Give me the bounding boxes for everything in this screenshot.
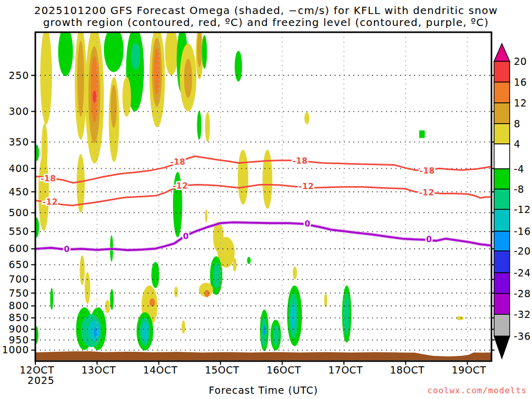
omega-region <box>151 262 159 288</box>
omega-region <box>304 112 310 124</box>
colorbar-label: 8 <box>514 118 521 129</box>
colorbar-box <box>494 124 510 144</box>
omega-region <box>142 323 149 341</box>
y-tick-label: 850 <box>9 312 29 323</box>
x-axis-title: Forecast Time (UTC) <box>35 384 491 396</box>
colorbar-box <box>494 103 510 124</box>
freezing-level-0-label: 0 <box>426 235 432 244</box>
omega-region <box>184 59 192 98</box>
colorbar-box <box>494 189 510 209</box>
freezing-level-0-halo <box>35 222 491 250</box>
omega-region <box>233 258 236 271</box>
omega-region <box>154 48 160 95</box>
terrain-profile <box>35 351 491 360</box>
omega-region <box>88 321 99 341</box>
colorbar-label: -20 <box>514 245 531 257</box>
freezing-level-0-label: 0 <box>304 219 310 229</box>
x-tick-label: 19OCT <box>451 364 486 376</box>
x-tick-label: 13OCT <box>82 364 116 376</box>
omega-region <box>213 263 220 288</box>
x-tick-label: 18OCT <box>390 364 425 376</box>
omega-region <box>123 77 131 117</box>
omega-region <box>77 41 84 116</box>
y-tick-label: 250 <box>9 70 29 81</box>
omega-region <box>197 111 201 140</box>
omega-region <box>131 43 140 70</box>
y-tick-label: 400 <box>9 163 29 174</box>
omega-region <box>197 31 202 68</box>
colorbar-label: -12 <box>514 204 531 215</box>
x-tick-label: 15OCT <box>205 364 240 376</box>
colorbar-label: 12 <box>514 97 527 109</box>
omega-region <box>292 267 297 280</box>
y-tick-label: 350 <box>9 136 29 148</box>
colorbar-bottom-arrow <box>494 336 510 358</box>
y-tick-label: 600 <box>9 243 29 254</box>
dendritic-minus18-label: -18 <box>292 156 308 166</box>
dendritic-minus12-label: -12 <box>299 182 314 191</box>
y-tick-label: 450 <box>9 186 29 197</box>
colorbar-label: -24 <box>514 267 531 278</box>
omega-region <box>150 298 155 307</box>
contour-labels: -18-18-18-18-12-12-12-120000 <box>41 156 435 254</box>
dendritic-minus18-label: -18 <box>170 157 186 167</box>
colorbar-label: -8 <box>514 183 524 195</box>
colorbar-box <box>494 61 510 82</box>
omega-region <box>202 35 207 69</box>
y-tick-label: 750 <box>9 287 29 299</box>
omega-region <box>58 27 73 76</box>
colorbar-box <box>494 169 510 189</box>
omega-region <box>205 112 210 142</box>
omega-region <box>105 300 110 313</box>
dendritic-minus12-label: -12 <box>172 181 188 191</box>
omega-region <box>104 27 124 72</box>
colorbar-box <box>494 209 510 231</box>
watermark-link[interactable]: coolwx.com/modelts <box>428 385 527 395</box>
omega-region <box>456 316 463 321</box>
omega-region <box>247 257 250 264</box>
colorbar-box <box>494 144 510 169</box>
x-tick-label: 12OCT <box>20 364 55 376</box>
dendritic-minus12-label: -12 <box>43 197 58 207</box>
forecast-cross-section-page: { "title": { "line1": "2025101200 GFS Fo… <box>0 0 532 399</box>
omega-region <box>80 256 85 285</box>
colorbar-label: -36 <box>514 330 531 342</box>
omega-region <box>85 272 90 304</box>
freezing-level-0-label: 0 <box>183 232 189 241</box>
omega-region <box>419 130 425 138</box>
omega-region <box>174 287 178 297</box>
y-tick-label: 900 <box>9 323 29 335</box>
colorbar-box <box>494 82 510 103</box>
y-tick-label: 700 <box>9 273 29 285</box>
y-tick-label: 550 <box>9 225 29 237</box>
omega-region <box>290 303 296 330</box>
omega-region <box>235 51 242 82</box>
x-tick-label: 14OCT <box>143 364 178 376</box>
colorbar-label: 4 <box>514 138 521 150</box>
omega-region <box>324 293 327 307</box>
omega-region <box>262 150 272 208</box>
colorbar-label: -4 <box>514 163 524 175</box>
omega-region <box>92 90 96 102</box>
freezing-level-0-line <box>35 222 491 250</box>
y-tick-label: 800 <box>9 300 29 311</box>
colorbar-box <box>494 231 510 251</box>
colorbar-label: -16 <box>514 225 531 237</box>
colorbar: 20161284-4-8-12-16-20-24-28-32-36 <box>494 44 531 358</box>
dendritic-minus18-label: -18 <box>420 166 435 176</box>
colorbar-box <box>494 314 510 336</box>
terrain-layer <box>35 351 491 360</box>
omega-region <box>205 290 210 297</box>
omega-region <box>111 85 117 128</box>
omega-cross-section-chart: -18-18-18-18-12-12-12-120000250300350400… <box>0 0 532 399</box>
omega-region <box>238 150 248 205</box>
colorbar-box <box>494 273 510 294</box>
colorbar-label: 16 <box>514 76 527 88</box>
omega-region <box>205 209 208 222</box>
colorbar-label: -28 <box>514 288 531 299</box>
y-tick-label: 1000 <box>2 344 29 355</box>
omega-region <box>182 321 185 334</box>
colorbar-box <box>494 294 510 314</box>
omega-region <box>50 288 54 310</box>
colorbar-label: 20 <box>514 56 527 67</box>
